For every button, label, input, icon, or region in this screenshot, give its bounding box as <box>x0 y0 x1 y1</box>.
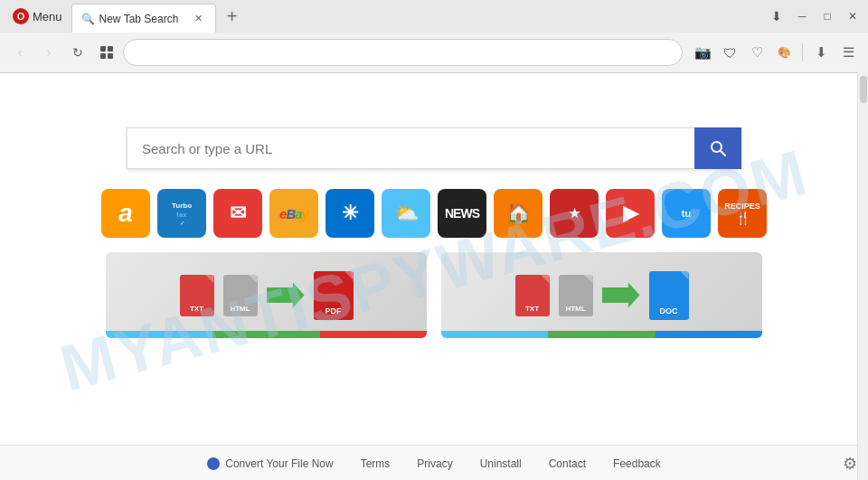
svg-rect-1 <box>108 46 113 52</box>
browser-chrome: O Menu 🔍 New Tab Search ✕ + ⬇ ─ □ ✕ ‹ › … <box>0 0 868 73</box>
url-input[interactable] <box>123 39 683 66</box>
shortcut-walmart[interactable]: ✳ <box>326 189 374 238</box>
contact-link[interactable]: Contact <box>549 457 586 470</box>
privacy-link[interactable]: Privacy <box>417 457 452 470</box>
file-icon-pdf: PDF <box>314 271 354 320</box>
footer: Convert Your File Now Terms Privacy Unin… <box>0 445 868 480</box>
tab-favicon: 🔍 <box>81 13 94 25</box>
converter-arrow-2 <box>602 283 640 308</box>
new-tab-button[interactable]: + <box>220 4 245 29</box>
convert-logo <box>207 457 220 470</box>
converter-arrow-1 <box>267 283 305 308</box>
file-icon-html-2: HTML <box>559 275 593 316</box>
palette-icon[interactable]: 🎨 <box>771 40 797 65</box>
reload-button[interactable]: ↻ <box>65 40 90 65</box>
converter-section: TXT HTML PDF TXT <box>0 252 868 338</box>
tab-title: New Tab Search <box>99 13 186 25</box>
svg-rect-2 <box>100 53 106 59</box>
contact-label: Contact <box>549 457 586 470</box>
search-bar-container <box>127 127 741 169</box>
snap-button[interactable]: ⬇ <box>765 5 788 28</box>
opera-menu-button[interactable]: O Menu <box>4 4 71 29</box>
scrollbar-thumb[interactable] <box>860 76 867 103</box>
convert-link[interactable]: Convert Your File Now <box>207 457 333 470</box>
shortcut-amazon[interactable]: a <box>101 189 150 238</box>
uninstall-link[interactable]: Uninstall <box>480 457 522 470</box>
toolbar-divider <box>802 43 803 61</box>
gear-icon: ⚙ <box>843 454 857 474</box>
back-button[interactable]: ‹ <box>7 40 33 65</box>
tab-bar: O Menu 🔍 New Tab Search ✕ + ⬇ ─ □ ✕ <box>0 0 868 33</box>
terms-label: Terms <box>361 457 391 470</box>
active-tab[interactable]: 🔍 New Tab Search ✕ <box>71 4 216 33</box>
convert-label: Convert Your File Now <box>225 457 333 470</box>
shortcut-ebay[interactable]: eBay <box>269 189 318 238</box>
opera-logo: O <box>13 8 29 24</box>
search-section: a Turbo tax ✓ ✉ eBay ✳ ⛅ NEWS 🏠 <box>0 73 868 238</box>
file-icon-doc: DOC <box>649 271 689 320</box>
shortcut-news[interactable]: NEWS <box>438 189 486 238</box>
download-icon[interactable]: ⬇ <box>808 40 834 65</box>
tab-close-button[interactable]: ✕ <box>192 12 206 26</box>
shortcut-gmail[interactable]: ✉ <box>213 189 262 238</box>
camera-icon[interactable]: 📷 <box>690 40 715 65</box>
converter-panel-doc[interactable]: TXT HTML DOC <box>441 252 762 338</box>
heart-icon[interactable]: ♡ <box>744 40 769 65</box>
shortcut-homedepot[interactable]: 🏠 <box>494 189 542 238</box>
terms-link[interactable]: Terms <box>361 457 391 470</box>
toolbar-icons: 📷 🛡 ♡ 🎨 ⬇ ☰ <box>690 40 861 65</box>
tab-switcher-button[interactable] <box>94 40 119 65</box>
svg-rect-3 <box>108 53 113 59</box>
file-icon-txt-1: TXT <box>180 275 214 316</box>
window-controls: ⬇ ─ □ ✕ <box>765 5 864 28</box>
feedback-link[interactable]: Feedback <box>613 457 661 470</box>
scrollbar[interactable] <box>857 72 868 480</box>
hamburger-menu-icon[interactable]: ☰ <box>835 40 861 65</box>
search-button[interactable] <box>694 127 741 169</box>
shortcut-turbotax[interactable]: Turbo tax ✓ <box>157 189 206 238</box>
shortcut-youtube[interactable]: ▶ <box>606 189 655 238</box>
svg-rect-0 <box>100 46 106 52</box>
menu-label: Menu <box>33 10 62 24</box>
shortcut-recipes[interactable]: RECIPES 🍴 <box>718 189 767 238</box>
minimize-button[interactable]: ─ <box>790 5 814 28</box>
maximize-button[interactable]: □ <box>816 5 839 28</box>
shortcut-tubi[interactable]: tu <box>662 189 711 238</box>
search-input[interactable] <box>127 127 694 169</box>
settings-gear[interactable]: ⚙ <box>843 454 857 474</box>
shield-icon[interactable]: 🛡 <box>717 40 742 65</box>
shortcut-weather[interactable]: ⛅ <box>382 189 430 238</box>
uninstall-label: Uninstall <box>480 457 522 470</box>
svg-line-5 <box>721 151 726 156</box>
address-bar: ‹ › ↻ 📷 🛡 ♡ 🎨 ⬇ ☰ <box>0 33 868 72</box>
converter-panel-pdf[interactable]: TXT HTML PDF <box>106 252 427 338</box>
forward-button[interactable]: › <box>36 40 61 65</box>
close-button[interactable]: ✕ <box>841 5 864 28</box>
file-icon-html-1: HTML <box>223 275 258 316</box>
feedback-label: Feedback <box>613 457 661 470</box>
page-content: MYANTISPYWARE.COM a Turbo tax ✓ ✉ <box>0 73 868 480</box>
shortcuts-row: a Turbo tax ✓ ✉ eBay ✳ ⛅ NEWS 🏠 <box>101 189 767 238</box>
shortcut-macys[interactable]: ★ <box>550 189 599 238</box>
privacy-label: Privacy <box>417 457 452 470</box>
file-icon-txt-2: TXT <box>515 275 550 316</box>
